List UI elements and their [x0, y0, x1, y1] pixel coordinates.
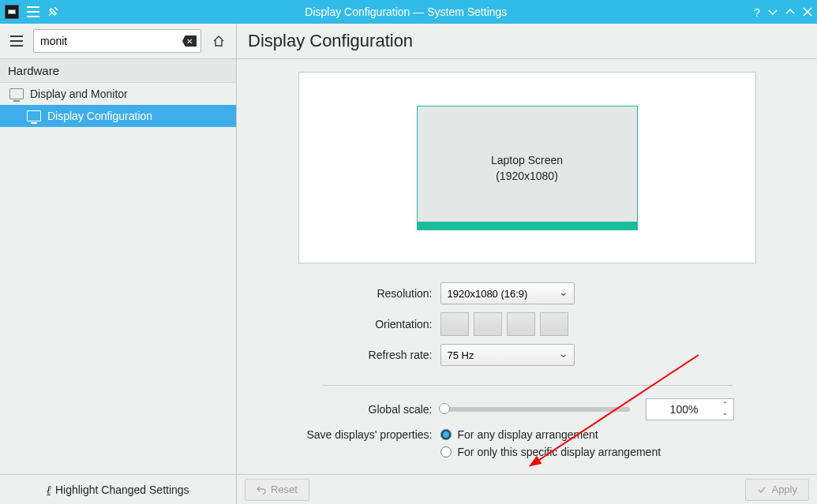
footer: ℓ Highlight Changed Settings Reset Apply	[0, 474, 817, 504]
refresh-label: Refresh rate:	[243, 349, 440, 361]
app-icon	[5, 5, 19, 19]
divider	[322, 385, 733, 386]
undo-icon	[257, 485, 266, 495]
refresh-select[interactable]: 75 Hz	[440, 344, 575, 366]
orientation-label: Orientation:	[243, 318, 440, 330]
help-icon[interactable]: ?	[754, 6, 760, 19]
display-preview: Laptop Screen (1920x1080)	[298, 72, 756, 263]
scale-label: Global scale:	[243, 403, 440, 416]
maximize-icon[interactable]	[785, 7, 795, 17]
highlight-icon: ℓ	[47, 483, 51, 496]
pin-icon[interactable]	[47, 6, 58, 17]
svg-rect-2	[27, 16, 39, 17]
orientation-left-button[interactable]	[474, 312, 502, 336]
scale-value: 100%	[653, 403, 716, 416]
svg-rect-0	[27, 6, 39, 8]
orientation-flip-button[interactable]	[507, 312, 535, 336]
window-titlebar: Display Configuration — System Settings …	[0, 0, 817, 24]
toolbar: ✕ Display Configuration	[0, 24, 817, 59]
highlight-label: Highlight Changed Settings	[55, 483, 189, 496]
slider-thumb[interactable]	[439, 403, 450, 414]
orientation-normal-button[interactable]	[440, 312, 469, 336]
clear-search-icon[interactable]: ✕	[182, 35, 197, 47]
sidebar-item-display-configuration[interactable]: Display Configuration	[0, 105, 236, 127]
svg-rect-1	[27, 11, 39, 13]
home-button[interactable]	[208, 30, 230, 52]
sidebar-section-hardware: Hardware	[0, 59, 236, 83]
monitor-icon	[9, 88, 24, 99]
spin-up-icon[interactable]: ⌃	[719, 401, 732, 409]
monitor-icon	[27, 110, 41, 121]
screen-resolution: (1920x1080)	[496, 170, 558, 182]
global-scale-slider[interactable]	[440, 407, 630, 412]
sidebar-item-display-monitor[interactable]: Display and Monitor	[0, 83, 236, 105]
radio-specific-arrangement[interactable]	[440, 446, 452, 457]
check-icon	[757, 485, 766, 495]
radio-specific-label: For only this specific display arrangeme…	[458, 446, 661, 458]
radio-any-label: For any display arrangement	[458, 428, 598, 441]
screen-active-indicator	[418, 222, 637, 230]
page-title: Display Configuration	[248, 31, 413, 51]
sidebar-item-label: Display Configuration	[47, 110, 152, 122]
radio-any-arrangement[interactable]	[440, 429, 452, 440]
highlight-changed-button[interactable]: ℓ Highlight Changed Settings	[0, 475, 237, 504]
resolution-label: Resolution:	[243, 287, 440, 300]
reset-button[interactable]: Reset	[245, 479, 309, 501]
save-props-label: Save displays' properties:	[243, 428, 440, 441]
sidebar-menu-button[interactable]	[6, 31, 27, 51]
resolution-select[interactable]: 1920x1080 (16:9)	[440, 282, 575, 304]
screen-name: Laptop Screen	[491, 154, 563, 166]
close-icon[interactable]	[803, 7, 812, 17]
sidebar-item-label: Display and Monitor	[30, 88, 128, 100]
content-area: Laptop Screen (1920x1080) Resolution: 19…	[237, 59, 817, 474]
minimize-icon[interactable]	[768, 7, 778, 17]
screen-laptop[interactable]: Laptop Screen (1920x1080)	[417, 106, 638, 230]
apply-button[interactable]: Apply	[745, 479, 809, 501]
apply-label: Apply	[771, 483, 797, 495]
orientation-right-button[interactable]	[540, 312, 568, 336]
sidebar: Hardware Display and Monitor Display Con…	[0, 59, 237, 474]
window-title: Display Configuration — System Settings	[58, 6, 754, 18]
spin-down-icon[interactable]: ⌄	[719, 409, 732, 418]
reset-label: Reset	[271, 483, 298, 495]
search-input[interactable]	[33, 29, 201, 53]
menu-icon[interactable]	[27, 6, 39, 17]
global-scale-spinbox[interactable]: 100% ⌃⌄	[646, 398, 734, 420]
